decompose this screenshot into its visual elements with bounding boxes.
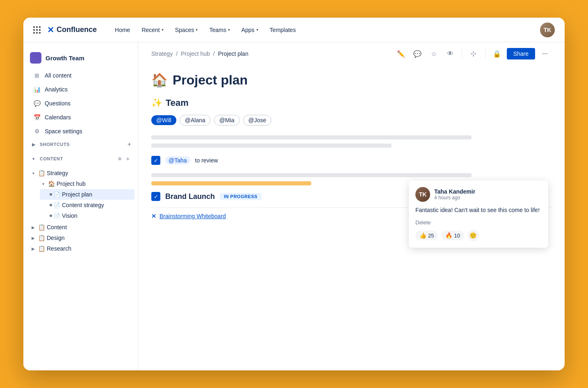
comment-popup: TK Taha Kandemir 4 hours ago Fantastic i… <box>409 180 548 248</box>
fire-count: 10 <box>454 233 460 239</box>
comment-author-name: Taha Kandemir <box>434 188 475 195</box>
all-content-icon: ⊞ <box>33 72 41 79</box>
sidebar-calendars-label: Calendars <box>45 114 71 121</box>
placeholder-line-highlighted <box>151 181 311 185</box>
logo-x-icon: ✕ <box>47 25 54 35</box>
brand-checkbox[interactable]: ✓ <box>151 192 160 201</box>
comment-icon-btn[interactable]: 💬 <box>411 47 424 60</box>
breadcrumb-sep-2: / <box>213 50 215 57</box>
comment-author-info: Taha Kandemir 4 hours ago <box>434 188 475 201</box>
breadcrumb: Strategy / Project hub / Project plan <box>151 50 248 57</box>
nav-apps[interactable]: Apps ▾ <box>237 24 263 36</box>
placeholder-line-2 <box>151 144 392 148</box>
placeholder-line-1 <box>151 135 472 139</box>
content-area: Strategy / Project hub / Project plan ✏️… <box>138 42 565 370</box>
breadcrumb-project-hub[interactable]: Project hub <box>181 50 210 57</box>
sidebar-space-settings-label: Space settings <box>45 128 82 135</box>
apps-grid-icon[interactable] <box>33 26 41 34</box>
project-hub-label: Project hub <box>57 180 86 187</box>
space-icon <box>30 52 41 64</box>
space-header[interactable]: Growth Team <box>23 49 138 68</box>
nav-teams[interactable]: Teams ▾ <box>204 24 235 36</box>
page-title: Project plan <box>173 73 248 88</box>
actions-divider <box>462 49 462 59</box>
placeholder-line-3 <box>151 173 472 177</box>
content-actions: ≡ + <box>116 155 131 163</box>
comment-header: TK Taha Kandemir 4 hours ago <box>415 187 542 202</box>
breadcrumb-project-plan[interactable]: Project plan <box>218 50 248 57</box>
main-layout: Growth Team ⊞ All content 📊 Analytics 💬 … <box>23 42 565 370</box>
content-add-btn[interactable]: + <box>125 155 131 163</box>
strategy-toggle-icon: ▾ <box>30 170 36 176</box>
more-options-btn[interactable]: ··· <box>538 47 552 60</box>
view-icon-btn[interactable]: 👁 <box>444 47 457 60</box>
sidebar-questions[interactable]: 💬 Questions <box>27 96 134 110</box>
mention-mia[interactable]: @Mia <box>214 115 240 126</box>
strategy-children: ▾ 🏠 Project hub 📄 Project plan <box>23 178 138 221</box>
tree-research[interactable]: ▶ 📋 Research <box>23 243 138 254</box>
confluence-logo[interactable]: ✕ Confluence <box>47 25 97 35</box>
brand-launch-text: Brand Launch <box>165 192 215 201</box>
tree-project-hub[interactable]: ▾ 🏠 Project hub <box>30 178 138 189</box>
content-label: CONTENT <box>40 156 63 161</box>
reaction-thumbsup[interactable]: 👍 25 <box>415 231 438 240</box>
share-button[interactable]: Share <box>507 48 535 59</box>
project-plan-dot <box>50 193 52 196</box>
mention-tags: @Will @Alana @Mia @Jose <box>151 115 552 126</box>
content-tree-label: Content <box>47 224 67 231</box>
tree-content[interactable]: ▶ 📋 Content <box>23 222 138 233</box>
lock-icon-btn[interactable]: 🔒 <box>490 47 504 60</box>
task-checkbox[interactable]: ✓ <box>151 156 160 165</box>
nav-recent[interactable]: Recent ▾ <box>137 24 168 36</box>
shortcuts-label: SHORTCUTS <box>40 142 125 147</box>
sidebar-all-content[interactable]: ⊞ All content <box>27 68 134 82</box>
tree-project-plan[interactable]: 📄 Project plan <box>40 189 134 200</box>
shortcuts-add-btn[interactable]: + <box>128 141 131 148</box>
content-strategy-label: Content strategy <box>62 202 104 208</box>
content-toggle[interactable]: ▾ <box>30 155 37 162</box>
tree-content-strategy[interactable]: 📄 Content strategy <box>36 200 138 210</box>
comment-reactions: 👍 25 🔥 10 🙂 <box>415 230 542 241</box>
star-icon-btn[interactable]: ☆ <box>427 47 440 60</box>
project-plan-label: Project plan <box>62 191 92 198</box>
shortcuts-toggle[interactable]: ▶ <box>30 141 37 148</box>
content-section-header: ▾ CONTENT ≡ + <box>23 152 138 165</box>
comment-avatar: TK <box>415 187 430 202</box>
mention-jose[interactable]: @Jose <box>243 115 272 126</box>
mention-alana[interactable]: @Alana <box>180 115 211 126</box>
user-avatar[interactable]: TK <box>540 23 555 37</box>
nav-spaces[interactable]: Spaces ▾ <box>170 24 203 36</box>
reaction-fire[interactable]: 🔥 10 <box>441 231 464 240</box>
task-mention[interactable]: @Taha <box>165 156 190 164</box>
vision-dot <box>50 215 52 217</box>
collab-icon-btn[interactable]: ⊹ <box>467 47 480 60</box>
sidebar: Growth Team ⊞ All content 📊 Analytics 💬 … <box>23 42 138 370</box>
content-filter-btn[interactable]: ≡ <box>116 155 123 163</box>
strategy-label: Strategy <box>47 170 68 176</box>
vision-label: Vision <box>62 212 77 219</box>
add-reaction-btn[interactable]: 🙂 <box>467 230 479 241</box>
tree-design[interactable]: ▶ 📋 Design <box>23 233 138 243</box>
confluence-x-icon: ✕ <box>151 213 156 219</box>
sidebar-analytics[interactable]: 📊 Analytics <box>27 82 134 96</box>
status-badge: IN PROGRESS <box>220 193 262 200</box>
team-emoji: ✨ <box>151 98 162 108</box>
team-title: Team <box>166 98 189 108</box>
content-strategy-dot <box>50 204 52 206</box>
nav-home[interactable]: Home <box>110 24 135 36</box>
page-content: 🏠 Project plan ✨ Team @Will @Alana @Mia … <box>138 66 565 233</box>
sidebar-space-settings[interactable]: ⚙ Space settings <box>27 124 134 138</box>
sidebar-calendars[interactable]: 📅 Calendars <box>27 110 134 124</box>
brainstorm-link[interactable]: Brainstorming Whiteboard <box>160 213 226 219</box>
mention-will[interactable]: @Will <box>151 115 176 125</box>
actions-divider-2 <box>485 49 485 59</box>
research-toggle-icon: ▶ <box>30 245 36 252</box>
design-label: Design <box>47 235 65 241</box>
top-nav: ✕ Confluence Home Recent ▾ Spaces ▾ Team… <box>23 18 565 42</box>
nav-templates[interactable]: Templates <box>265 24 301 36</box>
edit-icon-btn[interactable]: ✏️ <box>394 47 408 60</box>
tree-strategy-header[interactable]: ▾ 📋 Strategy <box>23 168 138 178</box>
breadcrumb-strategy[interactable]: Strategy <box>151 50 173 57</box>
comment-delete-btn[interactable]: Delete <box>415 219 542 226</box>
tree-vision[interactable]: 📄 Vision <box>36 210 138 221</box>
